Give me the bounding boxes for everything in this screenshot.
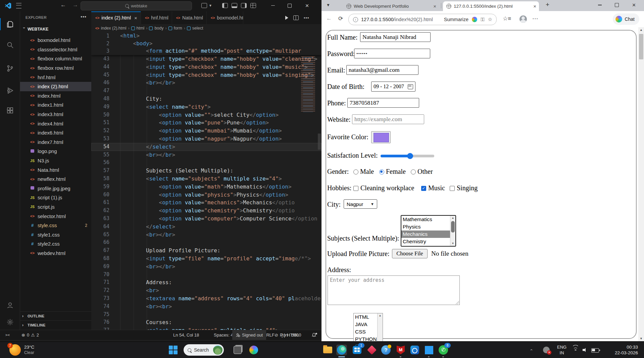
email-input[interactable]: natasha3@gmail.com [346,65,418,75]
toggle-sidebar-icon[interactable] [222,3,228,8]
activity-source-control-icon[interactable] [0,60,20,76]
whatsapp-button[interactable]: ✆8 [438,345,449,355]
vscode-search-box[interactable]: webtake [81,1,192,10]
favorite-star-icon[interactable]: ☆ [488,16,492,22]
code-line-3[interactable]: 3 <form action="#" method="post" enctype… [91,47,321,55]
browser-tab-1[interactable]: Web Development Portfolio × [343,1,439,11]
code-line-45[interactable]: 45 <input type="checkbox" name="hobby" v… [91,71,321,79]
run-live-server-icon[interactable] [285,16,288,20]
tab-close-icon[interactable]: × [433,3,436,9]
explorer-file-item[interactable]: JSscript (1).js [20,193,91,202]
problems-indicator[interactable]: ⊗0 ⚠2 [21,330,39,340]
address-bar[interactable]: i 127.0.0.1:5500/index%20(2).html Summar… [348,14,497,25]
code-line-66[interactable]: 66 [91,239,321,247]
volume-icon[interactable] [583,348,588,352]
explorer-file-item[interactable]: <>index.html [20,91,91,101]
page-scrollbar[interactable]: ▲ ▼ [638,27,644,341]
weather-icon[interactable]: 7 [9,344,21,356]
start-button[interactable] [169,346,178,354]
code-line-61[interactable]: 61 <option value="mechanics">Mechanics</… [91,199,321,207]
satisfaction-slider[interactable] [381,155,434,157]
minimap[interactable] [300,56,318,112]
explorer-file-item[interactable]: <>classselector.html [20,45,91,54]
code-line-44[interactable]: 44 <input type="checkbox" name="hobby" v… [91,63,321,71]
explorer-file-item[interactable]: <>index1.html [20,100,91,110]
browser-settings-icon[interactable]: ⋯ [532,15,538,22]
timeline-section[interactable]: ›TIMELINE [20,320,91,329]
code-line-51[interactable]: 51 <option value="pune">Pune</option> [91,119,321,127]
live-server-port[interactable]: ⊘Port : 5500 [275,330,301,340]
vscode-taskbar-button[interactable] [424,345,434,355]
taskbar-search[interactable]: Search [184,344,224,356]
code-line-65[interactable]: 65 <br></br> [91,231,321,239]
cursor-position[interactable]: Ln 54, Col 18 [173,330,199,340]
full-name-input[interactable]: Natasha Nanaji Nibrad [360,32,431,42]
calendar-icon[interactable] [408,84,413,89]
code-line-75[interactable]: 75 [91,311,321,319]
notifications-bell-icon[interactable] [311,330,316,340]
hobby-checkbox-music[interactable]: ✓ [421,186,426,191]
tab-close-icon[interactable]: × [134,15,137,21]
toggle-panel-icon[interactable] [232,3,237,8]
code-line-46[interactable]: 46 <br></br> [91,79,321,87]
gender-radio-male[interactable] [353,169,358,174]
scroll-down-icon[interactable]: ▼ [450,241,455,246]
customize-layout-icon[interactable] [250,3,256,8]
breadcrumb[interactable]: <>index (2).html›html›body›form›select [91,24,321,32]
vscode-minimize-button[interactable] [265,0,281,11]
listbox-scrollbar[interactable]: ▲ [377,313,383,341]
task-view-button[interactable] [232,345,243,355]
subject-option[interactable]: Chemistry [401,238,455,245]
subject-option[interactable]: Mechanics [401,231,455,238]
code-line-49[interactable]: 49 <select name="city"> [91,103,321,111]
code-line-69[interactable]: 69 <br></br> [91,263,321,271]
code-line-48[interactable]: 48 City: [91,95,321,103]
code-line-53[interactable]: 53 <option value="nagpur">Nagpur</option… [91,135,321,143]
code-line-2[interactable]: 2 <body> [91,40,321,48]
breadcrumb-item[interactable]: <>index (2).html [91,26,126,31]
explorer-file-item[interactable]: <>hnf.html [20,72,91,82]
subject-option[interactable]: Mathematics [401,216,455,223]
hobby-checkbox-singing[interactable] [450,186,455,191]
dob-input[interactable]: 09 - 12 - 2007 [371,82,415,92]
settings-gear-icon[interactable] [0,314,20,330]
breadcrumb-item[interactable]: body [149,26,163,31]
explorer-more-actions-icon[interactable]: ••• [81,14,87,19]
outlook-button[interactable] [409,345,420,355]
color-picker-input[interactable] [371,131,391,143]
code-line-55[interactable]: 55 <br></br> [91,151,321,159]
breadcrumb-item[interactable]: select [187,26,203,31]
browser-close-button[interactable]: × [626,0,642,10]
browser-refresh-icon[interactable]: ⟳ [338,15,343,22]
password-input[interactable]: •••••• [354,49,430,58]
accounts-icon[interactable] [0,297,20,313]
microsoft-store-button[interactable]: 1 [352,345,362,355]
hobby-checkbox-cleaning-workplace[interactable] [353,186,358,191]
editor-tab-index (2).html[interactable]: <>index (2).html× [91,11,141,24]
game-diamond-button[interactable] [366,345,377,355]
website-input[interactable]: https://example.com [352,114,424,124]
nav-back-icon[interactable]: ← [60,2,66,8]
weather-widget[interactable]: 23°C Clear [24,344,34,356]
outline-section[interactable]: ›OUTLINE [20,311,91,320]
tab-close-icon[interactable]: × [533,3,536,9]
explorer-file-item[interactable]: <>index7.html [20,138,91,147]
help-sphere-button[interactable]: ? [381,345,391,355]
explorer-section-webtake[interactable]: ›WEBTAKE [20,25,91,34]
subjects-listbox[interactable]: MathematicsPhysicsMechanicsChemistry ▲ ▼ [401,215,456,247]
copilot-button[interactable] [248,345,259,355]
browser-tab-2-active[interactable]: 127.0.0.1:5500/index (2).html × [443,1,539,11]
favorites-bar-icon[interactable]: ☆≡ [503,15,511,22]
explorer-file-item[interactable]: <>boxmodel.html [20,36,91,45]
courses-listbox[interactable]: HTMLJAVACSSPYTHON ▲ [353,313,383,341]
phone-input[interactable]: 7387058187 [347,98,419,108]
toggle-secondary-sidebar-icon[interactable] [241,3,247,8]
explorer-file-item[interactable]: <>index4.html [20,119,91,128]
code-line-54[interactable]: 54 </select> [91,143,321,151]
explorer-file-item[interactable]: <>index3.html [20,110,91,119]
explorer-file-item[interactable]: <>index6.html [20,128,91,138]
code-line-57[interactable]: 57 Subjects (Select Multiple): [91,167,321,175]
explorer-file-item[interactable]: #style2.css [20,239,91,249]
editor-tab-boxmodel.html[interactable]: <>boxmodel.html [207,11,243,24]
code-line-68[interactable]: 68 <input type="file" name="profile" acc… [91,255,321,263]
